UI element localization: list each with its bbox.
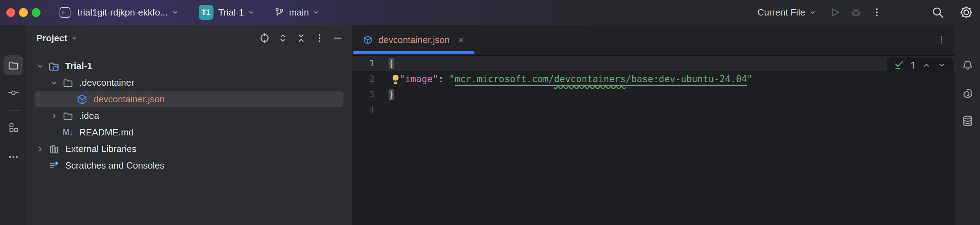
project-toolwindow-header: Project — [26, 25, 352, 51]
right-toolwindow-stripe — [955, 25, 980, 225]
tree-row-readme[interactable]: M↓ README.md — [26, 124, 352, 141]
chevron-down-icon[interactable] — [34, 62, 46, 70]
project-view-title: Project — [36, 33, 67, 44]
image-reference-link[interactable]: mcr.microsoft.com/devcontainers/base:dev… — [455, 74, 747, 84]
line-number[interactable]: 4 — [352, 102, 388, 118]
tree-row-external-libraries[interactable]: External Libraries — [26, 141, 352, 157]
gear-icon — [959, 6, 973, 19]
project-toolwindow-button[interactable] — [3, 55, 23, 75]
project-view-dropdown[interactable]: Project — [36, 33, 78, 44]
project-tree: Trial-1 .devcontainer — [26, 51, 352, 174]
json-key-image: "image" — [399, 74, 438, 84]
chevron-down-icon — [312, 9, 324, 16]
folder-icon — [8, 60, 19, 71]
line-number[interactable]: 2 — [352, 71, 388, 87]
tab-devcontainer-json[interactable]: devcontainer.json — [352, 35, 465, 45]
minimize-window-button[interactable] — [19, 8, 28, 17]
run-configuration-dropdown[interactable]: Current File — [757, 7, 816, 18]
chevron-up-icon — [922, 61, 931, 70]
ai-assistant-swirl-icon — [962, 88, 974, 99]
tree-item-label: Scratches and Consoles — [65, 160, 164, 171]
chevron-right-icon[interactable] — [48, 112, 60, 120]
code-line-3: 3 } — [352, 87, 955, 102]
code-editor[interactable]: 1 { 2 "image": "mcr.microsoft.com/devcon… — [352, 56, 955, 225]
vcs-branch-widget[interactable]: main — [274, 7, 323, 18]
inspections-widget[interactable]: 1 — [887, 57, 954, 73]
chevron-down-icon — [937, 61, 947, 70]
tree-row-scratches[interactable]: Scratches and Consoles — [26, 157, 352, 174]
next-problem-button[interactable] — [937, 61, 947, 70]
check-ok-icon — [894, 60, 904, 71]
chevron-down-icon[interactable] — [48, 79, 60, 87]
close-icon — [457, 36, 465, 44]
code-line-4: 4 — [352, 102, 955, 118]
notifications-button[interactable] — [958, 55, 978, 75]
tree-row-idea-folder[interactable]: .idea — [26, 108, 352, 124]
titlebar: >_ trial1git-rdjkpn-ekkfo... T1 Trial-1 … — [0, 0, 980, 25]
markdown-file-icon: M↓ — [60, 128, 76, 137]
branch-name: main — [289, 7, 309, 18]
search-everywhere-button[interactable] — [931, 6, 944, 19]
editor-tabbar: devcontainer.json — [352, 25, 955, 56]
zoom-window-button[interactable] — [32, 8, 40, 17]
project-root-folder-icon — [46, 61, 62, 72]
chevron-right-icon[interactable] — [34, 145, 46, 153]
window-title-dropdown[interactable]: trial1git-rdjkpn-ekkfo... — [78, 7, 168, 18]
kebab-menu-icon — [872, 7, 882, 18]
ide-window: >_ trial1git-rdjkpn-ekkfo... T1 Trial-1 … — [0, 0, 980, 225]
intention-bulb-icon[interactable] — [390, 73, 401, 85]
select-opened-file-button[interactable] — [259, 33, 270, 43]
commit-toolwindow-button[interactable] — [3, 83, 23, 103]
libraries-icon — [46, 144, 62, 155]
kebab-menu-icon — [314, 33, 325, 43]
chevron-down-icon — [71, 35, 78, 41]
line-number[interactable]: 1 — [352, 56, 388, 71]
tree-row-devcontainer-folder[interactable]: .devcontainer — [26, 74, 352, 91]
expand-all-icon — [278, 33, 288, 43]
editor-options-button[interactable] — [937, 35, 946, 45]
close-tab-button[interactable] — [457, 36, 465, 44]
run-button[interactable] — [829, 7, 840, 18]
ai-assistant-button[interactable] — [958, 84, 978, 103]
collapse-all-button[interactable] — [296, 33, 307, 43]
typo-highlighted-word: devcontainers — [554, 74, 626, 84]
chevron-down-icon — [809, 8, 816, 16]
expand-all-button[interactable] — [278, 33, 288, 43]
hide-panel-button[interactable] — [332, 33, 343, 43]
previous-problem-button[interactable] — [922, 61, 931, 70]
code-line-1: 1 { — [352, 56, 955, 71]
stripe-divider — [6, 110, 21, 111]
scratches-icon — [46, 160, 62, 171]
chevron-down-icon — [171, 8, 179, 16]
close-brace: } — [388, 89, 394, 100]
folder-icon — [60, 111, 76, 121]
tree-row-trial-1[interactable]: Trial-1 — [26, 58, 352, 74]
chevron-down-icon — [247, 8, 255, 16]
git-branch-icon — [274, 7, 285, 18]
project-name: Trial-1 — [218, 7, 244, 18]
panel-options-button[interactable] — [314, 33, 325, 43]
inspection-count: 1 — [911, 60, 916, 70]
settings-button[interactable] — [959, 6, 973, 19]
editor-area: devcontainer.json 1 { — [352, 25, 955, 225]
code-line-2: 2 "image": "mcr.microsoft.com/devcontain… — [352, 71, 955, 87]
titlebar-right-toolbar: Current File — [757, 0, 980, 25]
project-widget[interactable]: T1 Trial-1 — [199, 5, 255, 20]
tree-item-label: devcontainer.json — [93, 94, 164, 105]
open-brace: { — [388, 58, 394, 69]
structure-toolwindow-button[interactable] — [3, 118, 23, 137]
close-window-button[interactable] — [6, 8, 15, 17]
line-number[interactable]: 3 — [352, 87, 388, 102]
more-actions-button[interactable] — [872, 7, 882, 18]
devcontainer-cube-icon — [74, 94, 90, 105]
tree-item-label: .devcontainer — [79, 77, 134, 88]
debug-button[interactable] — [850, 7, 862, 18]
tree-item-label: Trial-1 — [65, 61, 92, 72]
structure-icon — [8, 122, 19, 133]
more-toolwindows-button[interactable] — [3, 147, 23, 167]
tree-row-devcontainer-json[interactable]: devcontainer.json — [26, 91, 352, 108]
ellipsis-icon — [8, 151, 19, 163]
database-button[interactable] — [958, 111, 978, 131]
kebab-menu-icon — [937, 35, 946, 45]
project-avatar: T1 — [199, 5, 213, 20]
